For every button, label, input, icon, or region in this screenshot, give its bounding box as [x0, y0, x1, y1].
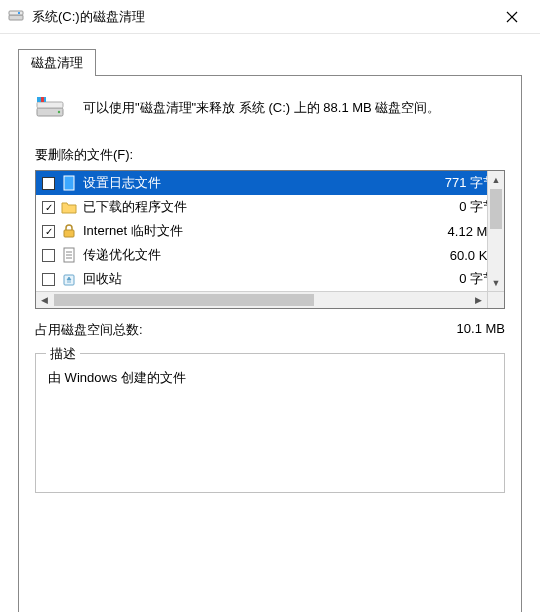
list-item[interactable]: 传递优化文件60.0 KB: [36, 243, 504, 267]
total-value: 10.1 MB: [457, 321, 505, 339]
page-icon: [61, 247, 77, 263]
total-label: 占用磁盘空间总数:: [35, 321, 457, 339]
svg-rect-1: [9, 11, 23, 15]
svg-rect-0: [9, 15, 23, 20]
folder-icon: [61, 199, 77, 215]
vertical-scroll-thumb[interactable]: [490, 189, 502, 229]
list-item[interactable]: 回收站0 字节: [36, 267, 504, 291]
window-title: 系统(C:)的磁盘清理: [32, 8, 492, 26]
svg-rect-10: [64, 176, 74, 190]
file-name: 传递优化文件: [83, 246, 450, 264]
horizontal-scrollbar[interactable]: ◀ ▶: [36, 291, 504, 308]
file-list[interactable]: 设置日志文件771 字节✓已下载的程序文件0 字节✓Internet 临时文件4…: [36, 171, 504, 291]
checkbox[interactable]: [42, 249, 55, 262]
description-text: 由 Windows 创建的文件: [48, 368, 492, 389]
description-group: 描述 由 Windows 创建的文件: [35, 353, 505, 493]
lock-icon: [61, 223, 77, 239]
file-name: 设置日志文件: [83, 174, 445, 192]
checkbox[interactable]: ✓: [42, 201, 55, 214]
tab-disk-cleanup[interactable]: 磁盘清理: [18, 49, 96, 76]
recycle-icon: [61, 271, 77, 287]
horizontal-scroll-thumb[interactable]: [54, 294, 314, 306]
vertical-scroll-track[interactable]: [488, 230, 504, 274]
close-icon: [506, 11, 518, 23]
file-list-container: 设置日志文件771 字节✓已下载的程序文件0 字节✓Internet 临时文件4…: [35, 170, 505, 309]
scroll-left-arrow-icon[interactable]: ◀: [36, 292, 53, 308]
intro-message: 可以使用"磁盘清理"来释放 系统 (C:) 上的 88.1 MB 磁盘空间。: [83, 98, 440, 119]
svg-rect-8: [41, 97, 44, 102]
list-item[interactable]: ✓Internet 临时文件4.12 MB: [36, 219, 504, 243]
page-blue-icon: [61, 175, 77, 191]
disk-cleanup-icon: [8, 9, 24, 25]
drive-icon: [35, 92, 67, 124]
files-to-delete-label: 要删除的文件(F):: [35, 146, 505, 164]
scroll-down-arrow-icon[interactable]: ▼: [488, 274, 504, 291]
file-name: 回收站: [83, 270, 459, 288]
svg-rect-11: [64, 230, 74, 237]
scrollbar-corner: [487, 292, 504, 308]
intro-row: 可以使用"磁盘清理"来释放 系统 (C:) 上的 88.1 MB 磁盘空间。: [35, 92, 505, 124]
scroll-right-arrow-icon[interactable]: ▶: [470, 292, 487, 308]
title-bar: 系统(C:)的磁盘清理: [0, 0, 540, 34]
close-button[interactable]: [492, 2, 532, 32]
file-name: 已下载的程序文件: [83, 198, 459, 216]
tab-panel: 可以使用"磁盘清理"来释放 系统 (C:) 上的 88.1 MB 磁盘空间。 要…: [18, 75, 522, 612]
svg-rect-2: [18, 12, 20, 14]
dialog-content: 磁盘清理 可以使用"磁盘清理"来释放 系统 (C:) 上的 88.1 MB 磁盘…: [0, 34, 540, 612]
tab-strip: 磁盘清理: [18, 48, 522, 75]
checkbox[interactable]: ✓: [42, 225, 55, 238]
total-row: 占用磁盘空间总数: 10.1 MB: [35, 321, 505, 339]
file-name: Internet 临时文件: [83, 222, 448, 240]
checkbox[interactable]: [42, 177, 55, 190]
svg-rect-6: [37, 102, 63, 108]
svg-point-9: [58, 111, 60, 113]
list-item[interactable]: ✓已下载的程序文件0 字节: [36, 195, 504, 219]
horizontal-scroll-track[interactable]: [315, 292, 470, 308]
scroll-up-arrow-icon[interactable]: ▲: [488, 171, 504, 188]
description-legend: 描述: [46, 345, 80, 363]
vertical-scrollbar[interactable]: ▲ ▼: [487, 171, 504, 291]
list-item[interactable]: 设置日志文件771 字节: [36, 171, 504, 195]
checkbox[interactable]: [42, 273, 55, 286]
